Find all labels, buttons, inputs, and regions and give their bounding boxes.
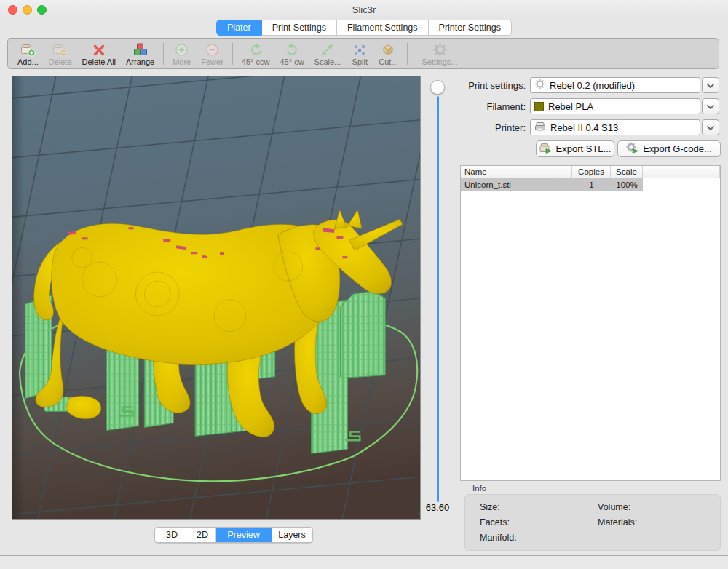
tab-print-settings[interactable]: Print Settings [262, 20, 337, 36]
delete-all-button[interactable]: Delete All [77, 41, 121, 67]
plate-3d-viewport[interactable] [12, 76, 421, 520]
fewer-button[interactable]: Fewer [196, 41, 229, 67]
filament-color-swatch [534, 102, 544, 111]
scale-button[interactable]: Scale... [309, 41, 347, 67]
filament-value: Rebel PLA [548, 101, 593, 112]
export-gcode-button[interactable]: Export G-code... [617, 140, 721, 157]
layer-slider-track[interactable] [437, 96, 439, 502]
preview-scene [12, 76, 420, 519]
more-button[interactable]: More [167, 41, 196, 67]
info-box: Size: Facets: Manifold: Volume: Material… [464, 494, 721, 551]
add-box-icon [20, 42, 36, 57]
filament-dropdown-button[interactable] [702, 98, 719, 114]
cut-button[interactable]: Cut... [373, 41, 403, 67]
minus-circle-icon [205, 42, 219, 57]
printer-value: Rebel II 0.4 S13 [550, 122, 618, 133]
layer-slider-knob[interactable] [430, 80, 445, 95]
object-name-cell: Unicorn_t.stl [461, 178, 572, 191]
chevron-down-icon [706, 100, 715, 113]
rotate-ccw-icon [249, 42, 263, 57]
view-tab-layers[interactable]: Layers [272, 528, 312, 542]
column-header-name[interactable]: Name [461, 166, 572, 178]
export-gcode-label: Export G-code... [643, 143, 712, 154]
toolbar-label: Cut... [379, 57, 397, 66]
printer-icon [534, 122, 546, 134]
export-stl-label: Export STL... [556, 143, 612, 154]
add-button[interactable]: Add... [12, 41, 44, 67]
toolbar-label: Add... [17, 57, 39, 66]
toolbar-label: 45° cw [280, 57, 304, 66]
delete-button[interactable]: Delete [44, 41, 77, 67]
print-settings-value: Rebel 0.2 (modified) [550, 80, 635, 91]
gear-icon [433, 42, 447, 57]
column-header-scale[interactable]: Scale [611, 166, 643, 178]
info-materials-label: Materials: [598, 517, 637, 528]
object-settings-button[interactable]: Settings... [417, 41, 463, 67]
toolbar-label: Delete All [82, 57, 116, 66]
rotate-cw-icon [285, 42, 299, 57]
layer-slider[interactable] [427, 79, 448, 508]
object-list-table[interactable]: Name Copies Scale Unicorn_t.stl 1 100% [460, 165, 721, 481]
tab-filament-settings[interactable]: Filament Settings [337, 20, 429, 36]
export-gear-icon [626, 142, 639, 156]
filament-combo[interactable]: Rebel PLA [530, 98, 700, 114]
rotate-cw-button[interactable]: 45° cw [274, 41, 309, 67]
object-copies-cell: 1 [572, 178, 611, 191]
column-header-copies[interactable]: Copies [572, 166, 611, 178]
toolbar-label: Settings... [422, 57, 458, 66]
status-bar [0, 555, 728, 569]
printer-label: Printer: [451, 122, 526, 133]
plus-circle-icon [175, 42, 189, 57]
object-table-header: Name Copies Scale [461, 166, 720, 178]
scale-arrows-icon [320, 42, 334, 57]
info-manifold-label: Manifold: [480, 533, 517, 543]
printer-combo[interactable]: Rebel II 0.4 S13 [530, 119, 700, 135]
toolbar-label: Arrange [126, 57, 154, 66]
view-mode-tabs: 3D 2D Preview Layers [154, 527, 313, 543]
info-section-title: Info [472, 484, 486, 493]
arrange-cubes-icon [133, 42, 148, 57]
column-header-blank [643, 166, 720, 178]
toolbar-label: More [173, 57, 191, 66]
print-settings-dropdown-button[interactable] [702, 77, 719, 93]
view-tab-3d[interactable]: 3D [155, 528, 189, 542]
toolbar-label: Split [352, 57, 368, 66]
tab-printer-settings[interactable]: Printer Settings [429, 20, 512, 36]
print-settings-label: Print settings: [451, 80, 526, 91]
toolbar-label: 45° ccw [242, 57, 270, 66]
cut-box-icon [381, 42, 395, 57]
slic3r-window: Slic3r Plater Print Settings Filament Se… [0, 0, 728, 569]
toolbar-label: Scale... [314, 57, 341, 66]
layer-height-value: 63.60 [419, 502, 456, 513]
rotate-ccw-button[interactable]: 45° ccw [237, 41, 275, 67]
chevron-down-icon [706, 79, 715, 92]
info-volume-label: Volume: [598, 502, 630, 512]
toolbar-separator [163, 43, 164, 65]
filament-label: Filament: [451, 101, 526, 112]
view-tab-2d[interactable]: 2D [189, 528, 216, 542]
export-box-icon [539, 142, 553, 156]
toolbar-separator [232, 43, 233, 65]
view-tab-preview[interactable]: Preview [216, 528, 272, 542]
table-row[interactable]: Unicorn_t.stl 1 100% [461, 178, 720, 191]
toolbar-separator [407, 43, 408, 65]
toolbar: Add... Delete Delete All Arrange More [7, 38, 719, 69]
delete-all-icon [92, 42, 106, 57]
info-facets-label: Facets: [480, 517, 510, 528]
tab-plater[interactable]: Plater [216, 20, 262, 36]
main-tab-strip: Plater Print Settings Filament Settings … [0, 20, 728, 38]
object-scale-cell: 100% [611, 178, 643, 191]
title-bar: Slic3r [0, 0, 728, 20]
printer-dropdown-button[interactable] [702, 119, 719, 135]
info-size-label: Size: [480, 502, 500, 512]
arrange-button[interactable]: Arrange [121, 41, 159, 67]
delete-box-icon [52, 42, 68, 57]
chevron-down-icon [706, 121, 715, 134]
split-grid-icon [353, 42, 366, 57]
toolbar-label: Fewer [201, 57, 223, 66]
export-stl-button[interactable]: Export STL... [536, 140, 614, 157]
window-title: Slic3r [0, 4, 728, 15]
print-settings-combo[interactable]: Rebel 0.2 (modified) [530, 77, 700, 93]
split-button[interactable]: Split [346, 41, 373, 67]
toolbar-label: Delete [49, 57, 72, 66]
